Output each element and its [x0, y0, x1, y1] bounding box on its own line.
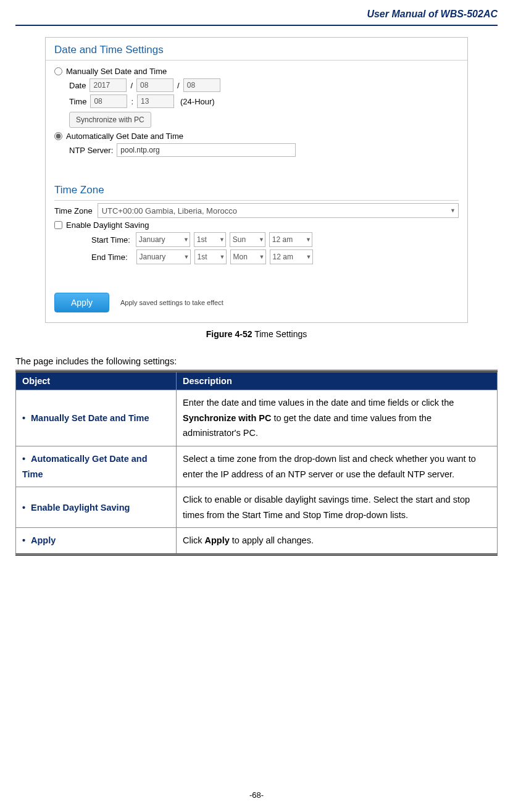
figure-title: Time Settings: [252, 329, 307, 339]
auto-label: Automatically Get Date and Time: [66, 132, 183, 141]
apply-button[interactable]: Apply: [54, 293, 109, 312]
date-day-input[interactable]: [183, 78, 220, 92]
auto-radio[interactable]: [54, 132, 62, 140]
settings-table: Object Description •Manually Set Date an…: [15, 372, 498, 554]
end-hr-select[interactable]: 12 am: [270, 249, 313, 264]
obj-auto: Automatically Get Date and Time: [22, 454, 148, 479]
col-description: Description: [177, 372, 498, 390]
dst-label: Enable Daylight Saving: [66, 220, 149, 230]
ntp-input[interactable]: [117, 143, 296, 157]
sync-pc-button[interactable]: Synchronize with PC: [69, 112, 151, 128]
page-number: -68-: [15, 790, 498, 808]
end-ord-select[interactable]: 1st: [194, 249, 227, 264]
col-object: Object: [16, 372, 177, 390]
date-label: Date: [69, 81, 86, 90]
obj-manual: Manually Set Date and Time: [31, 413, 149, 423]
figure-caption: Figure 4-52 Time Settings: [15, 329, 498, 339]
time-suffix: (24-Hour): [180, 97, 215, 106]
end-time-label: End Time:: [91, 253, 128, 262]
date-year-input[interactable]: [90, 78, 127, 92]
tz-select[interactable]: UTC+00:00 Gambia, Liberia, Morocco: [98, 203, 459, 218]
manual-label: Manually Set Date and Time: [66, 67, 167, 76]
start-time-label: Start Time:: [91, 235, 130, 245]
start-month-select[interactable]: January: [136, 232, 190, 247]
ntp-label: NTP Server:: [69, 146, 113, 155]
time-label: Time: [69, 97, 86, 106]
time-minute-input[interactable]: [137, 94, 174, 108]
manual-radio[interactable]: [54, 67, 62, 75]
end-month-select[interactable]: January: [136, 249, 191, 264]
start-hr-select[interactable]: 12 am: [269, 232, 312, 247]
obj-apply: Apply: [31, 535, 56, 545]
table-row: •Enable Daylight Saving Click to enable …: [16, 487, 498, 528]
desc-auto: Select a time zone from the drop-down li…: [177, 446, 498, 487]
table-row: •Automatically Get Date and Time Select …: [16, 446, 498, 487]
desc-manual: Enter the date and time values in the da…: [177, 390, 498, 446]
obj-dst: Enable Daylight Saving: [31, 503, 130, 513]
intro-text: The page includes the following settings…: [15, 356, 498, 366]
date-month-input[interactable]: [136, 78, 173, 92]
settings-screenshot: Date and Time Settings Manually Set Date…: [45, 37, 468, 323]
end-day-select[interactable]: Mon: [230, 249, 266, 264]
table-row: •Apply Click Apply to apply all changes.: [16, 528, 498, 554]
zone-title: Time Zone: [46, 178, 467, 200]
tz-label: Time Zone: [54, 206, 93, 216]
apply-hint: Apply saved settings to take effect: [120, 299, 223, 306]
figure-number: Figure 4-52: [206, 329, 252, 339]
desc-apply: Click Apply to apply all changes.: [177, 528, 498, 554]
desc-dst: Click to enable or disable daylight savi…: [177, 487, 498, 528]
table-row: •Manually Set Date and Time Enter the da…: [16, 390, 498, 446]
time-hour-input[interactable]: [90, 94, 127, 108]
start-ord-select[interactable]: 1st: [194, 232, 226, 247]
dst-checkbox[interactable]: [54, 221, 62, 229]
panel-title: Date and Time Settings: [46, 38, 467, 61]
document-header: User Manual of WBS-502AC: [15, 0, 498, 26]
start-day-select[interactable]: Sun: [230, 232, 265, 247]
